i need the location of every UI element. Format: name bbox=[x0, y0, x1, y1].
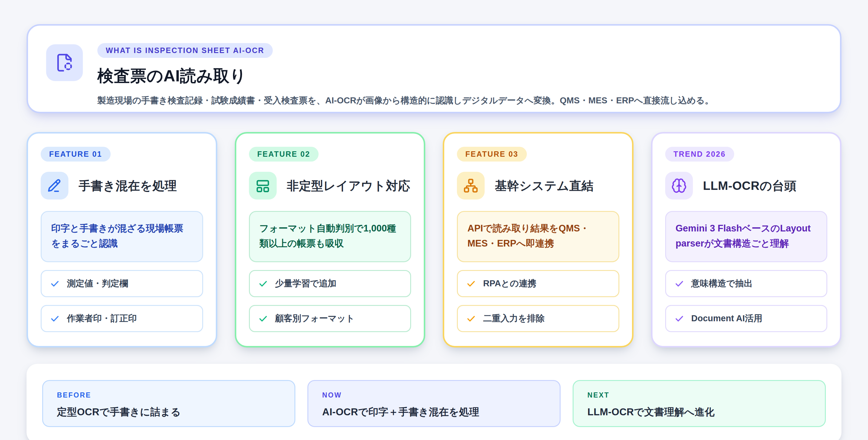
feature-highlight: フォーマット自動判別で1,000種類以上の帳票も吸収 bbox=[249, 211, 411, 262]
file-scan-icon bbox=[46, 44, 83, 81]
check-item: 少量学習で追加 bbox=[249, 270, 411, 297]
page-subtitle: 製造現場の手書き検査記録・試験成績書・受入検査票を、AI-OCRが画像から構造的… bbox=[97, 94, 714, 107]
feature-title: LLM-OCRの台頭 bbox=[703, 178, 797, 194]
feature-highlight: APIで読み取り結果をQMS・MES・ERPへ即連携 bbox=[457, 211, 619, 262]
check-item: 二重入力を排除 bbox=[457, 305, 619, 332]
feature-title: 非定型レイアウト対応 bbox=[287, 178, 410, 194]
timeline-label: NEXT bbox=[587, 392, 811, 399]
check-icon bbox=[50, 279, 60, 288]
check-label: Document AI活用 bbox=[691, 313, 763, 324]
check-item: Document AI活用 bbox=[665, 305, 828, 332]
check-label: 測定値・判定欄 bbox=[67, 278, 128, 290]
feature-badge: FEATURE 02 bbox=[249, 147, 319, 161]
timeline-strip: BEFORE 定型OCRで手書きに詰まる NOW AI-OCRで印字＋手書き混在… bbox=[27, 364, 841, 440]
check-label: 顧客別フォーマット bbox=[275, 313, 355, 324]
pencil-icon bbox=[41, 172, 68, 199]
feature-card-llm-ocr: TREND 2026 LLM-OCRの台頭 Gemini 3 Flashベースの… bbox=[651, 132, 842, 347]
feature-title: 基幹システム直結 bbox=[495, 178, 594, 194]
header-text-block: WHAT IS INSPECTION SHEET AI-OCR 検査票のAI読み… bbox=[97, 43, 714, 107]
feature-highlight: 印字と手書きが混ざる現場帳票をまるごと認識 bbox=[41, 211, 203, 262]
brain-icon bbox=[665, 172, 693, 199]
sitemap-icon bbox=[457, 172, 485, 199]
check-label: 作業者印・訂正印 bbox=[67, 313, 137, 324]
check-label: 少量学習で追加 bbox=[275, 278, 337, 290]
feature-head: LLM-OCRの台頭 bbox=[665, 172, 828, 199]
check-icon bbox=[466, 314, 476, 323]
check-icon bbox=[258, 314, 268, 323]
timeline-label: BEFORE bbox=[57, 392, 281, 399]
check-item: 意味構造で抽出 bbox=[665, 270, 828, 297]
check-icon bbox=[258, 279, 268, 288]
feature-card-row: FEATURE 01 手書き混在を処理 印字と手書きが混ざる現場帳票をまるごと認… bbox=[27, 132, 841, 347]
timeline-text: LLM-OCRで文書理解へ進化 bbox=[587, 405, 811, 419]
check-icon bbox=[466, 279, 476, 288]
check-icon bbox=[675, 279, 684, 288]
feature-head: 手書き混在を処理 bbox=[41, 172, 203, 199]
header-badge: WHAT IS INSPECTION SHEET AI-OCR bbox=[97, 43, 273, 58]
feature-card-integration: FEATURE 03 基幹システム直結 APIで読み取り結果をQMS・MES・E… bbox=[443, 132, 633, 347]
check-item: 顧客別フォーマット bbox=[249, 305, 411, 332]
timeline-text: AI-OCRで印字＋手書き混在を処理 bbox=[322, 405, 546, 419]
check-label: 意味構造で抽出 bbox=[691, 278, 753, 290]
feature-highlight: Gemini 3 FlashベースのLayout parserが文書構造ごと理解 bbox=[665, 211, 828, 262]
feature-title: 手書き混在を処理 bbox=[79, 178, 177, 194]
feature-badge: TREND 2026 bbox=[665, 147, 735, 161]
check-item: 作業者印・訂正印 bbox=[41, 305, 203, 332]
feature-card-layout: FEATURE 02 非定型レイアウト対応 フォーマット自動判別で1,000種類… bbox=[235, 132, 426, 347]
feature-head: 非定型レイアウト対応 bbox=[249, 172, 411, 199]
timeline-item-next: NEXT LLM-OCRで文書理解へ進化 bbox=[572, 380, 826, 427]
timeline-item-now: NOW AI-OCRで印字＋手書き混在を処理 bbox=[307, 380, 561, 427]
check-icon bbox=[50, 314, 60, 323]
check-label: RPAとの連携 bbox=[483, 278, 536, 290]
check-item: 測定値・判定欄 bbox=[41, 270, 203, 297]
timeline-label: NOW bbox=[322, 392, 546, 399]
check-label: 二重入力を排除 bbox=[483, 313, 545, 324]
feature-badge: FEATURE 01 bbox=[41, 147, 111, 161]
timeline-text: 定型OCRで手書きに詰まる bbox=[57, 405, 281, 419]
page: WHAT IS INSPECTION SHEET AI-OCR 検査票のAI読み… bbox=[0, 0, 868, 440]
feature-card-handwriting: FEATURE 01 手書き混在を処理 印字と手書きが混ざる現場帳票をまるごと認… bbox=[27, 132, 217, 347]
feature-head: 基幹システム直結 bbox=[457, 172, 619, 199]
check-icon bbox=[675, 314, 684, 323]
layout-panel-icon bbox=[249, 172, 277, 199]
page-title: 検査票のAI読み取り bbox=[97, 65, 714, 87]
header-card: WHAT IS INSPECTION SHEET AI-OCR 検査票のAI読み… bbox=[27, 24, 841, 113]
check-item: RPAとの連携 bbox=[457, 270, 619, 297]
timeline-item-before: BEFORE 定型OCRで手書きに詰まる bbox=[42, 380, 296, 427]
feature-badge: FEATURE 03 bbox=[457, 147, 527, 161]
